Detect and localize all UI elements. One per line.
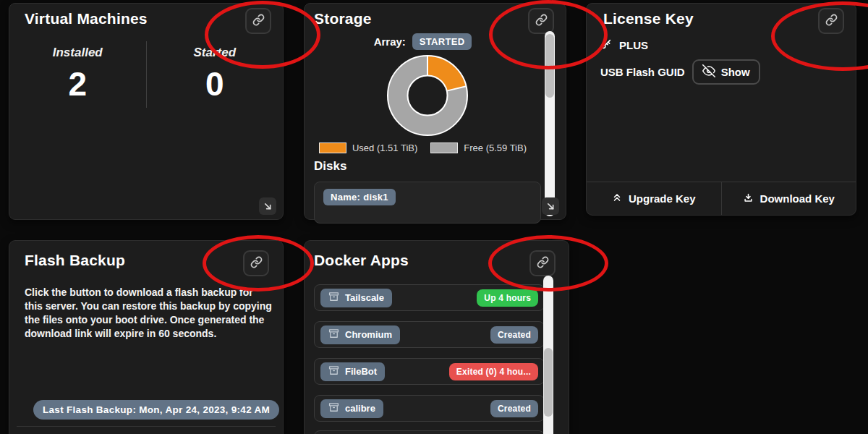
download-key-button[interactable]: Download Key xyxy=(721,182,856,215)
docker-app-name: Tailscale xyxy=(345,292,384,303)
card-title-flash-backup: Flash Backup xyxy=(25,252,125,269)
flash-link-button[interactable] xyxy=(243,250,269,276)
resize-handle-icon[interactable] xyxy=(542,197,559,215)
key-icon xyxy=(600,38,612,52)
upgrade-key-label: Upgrade Key xyxy=(629,192,696,205)
link-icon xyxy=(250,256,263,271)
disks-heading: Disks xyxy=(314,159,346,174)
legend-label-free: Free (5.59 TiB) xyxy=(464,142,527,153)
docker-app-row: Chromium Created xyxy=(314,321,545,348)
license-tier-row: PLUS xyxy=(600,38,648,52)
docker-app-name: Chromium xyxy=(345,329,392,340)
card-virtual-machines: Virtual Machines Installed 2 Started 0 xyxy=(9,3,284,220)
container-icon xyxy=(328,292,339,304)
array-status-badge: STARTED xyxy=(412,33,472,50)
link-icon xyxy=(252,14,265,28)
vm-stats: Installed 2 Started 0 xyxy=(9,41,283,108)
link-icon xyxy=(825,14,838,28)
container-icon xyxy=(328,329,339,341)
vm-installed-count: 2 xyxy=(9,64,146,103)
legend-item-used: Used (1.51 TiB) xyxy=(319,142,417,153)
docker-app-row: calibre Created xyxy=(314,395,545,422)
docker-link-button[interactable] xyxy=(529,250,556,276)
vm-started-count: 0 xyxy=(147,64,284,103)
last-flash-backup-badge: Last Flash Backup: Mon, Apr 24, 2023, 9:… xyxy=(33,400,279,420)
card-title-license-key: License Key xyxy=(603,10,694,27)
card-flash-backup: Flash Backup Click the button to downloa… xyxy=(9,240,284,434)
docker-app-name: FileBot xyxy=(345,366,377,377)
download-key-label: Download Key xyxy=(760,192,835,205)
eye-slash-icon xyxy=(702,64,715,80)
card-title-storage: Storage xyxy=(314,10,372,27)
container-icon xyxy=(328,403,339,414)
link-icon xyxy=(537,256,549,271)
docker-app-status-badge: Up 4 hours xyxy=(477,289,538,307)
docker-app-row-partial xyxy=(314,430,545,434)
unraid-dashboard: Virtual Machines Installed 2 Started 0 S… xyxy=(0,0,868,434)
docker-app-name-badge[interactable]: FileBot xyxy=(320,362,385,381)
docker-app-status-badge: Created xyxy=(490,400,538,417)
disk-row: Name: disk1 xyxy=(314,182,541,224)
license-link-button[interactable] xyxy=(818,8,844,34)
vm-stat-installed: Installed 2 xyxy=(9,41,146,108)
docker-app-status-badge: Exited (0) 4 hou... xyxy=(449,363,538,380)
docker-app-status-badge: Created xyxy=(490,326,538,344)
guid-label: USB Flash GUID xyxy=(600,66,685,78)
docker-app-name: calibre xyxy=(345,403,375,414)
storage-scrollbar[interactable] xyxy=(545,31,555,216)
donut-legend: Used (1.51 TiB) Free (5.59 TiB) xyxy=(305,142,541,153)
docker-scrollbar-thumb[interactable] xyxy=(544,348,553,417)
vm-link-button[interactable] xyxy=(245,8,271,34)
link-icon xyxy=(535,14,548,28)
docker-app-name-badge[interactable]: Chromium xyxy=(320,326,400,344)
array-status-row: Array: STARTED xyxy=(305,33,541,50)
container-icon xyxy=(328,366,339,378)
docker-app-name-badge[interactable]: calibre xyxy=(320,399,383,418)
storage-link-button[interactable] xyxy=(528,8,554,34)
license-guid-row: USB Flash GUID Show xyxy=(600,59,760,85)
legend-swatch-used xyxy=(319,142,346,153)
docker-app-row: Tailscale Up 4 hours xyxy=(314,284,545,311)
vm-installed-label: Installed xyxy=(9,46,146,60)
flash-backup-description: Click the button to download a flash bac… xyxy=(25,286,273,341)
docker-app-name-badge[interactable]: Tailscale xyxy=(320,289,392,307)
legend-swatch-free xyxy=(430,142,458,153)
flash-footer-divider xyxy=(17,426,276,427)
vm-stat-started: Started 0 xyxy=(146,41,284,108)
array-label: Array: xyxy=(374,35,406,48)
card-docker-apps: Docker Apps Tailscale Up 4 hours Chromiu… xyxy=(304,240,569,434)
legend-label-used: Used (1.51 TiB) xyxy=(352,142,417,153)
download-icon xyxy=(743,192,754,205)
storage-donut-chart xyxy=(387,55,468,139)
disk-name-badge: Name: disk1 xyxy=(323,189,396,205)
docker-scrollbar[interactable] xyxy=(543,276,553,434)
legend-item-free: Free (5.59 TiB) xyxy=(430,142,527,153)
license-footer: Upgrade Key Download Key xyxy=(587,182,856,215)
upgrade-key-button[interactable]: Upgrade Key xyxy=(587,182,721,215)
card-storage: Storage Array: STARTED Used (1.51 TiB) xyxy=(304,3,566,220)
docker-app-row: FileBot Exited (0) 4 hou... xyxy=(314,358,545,385)
show-guid-label: Show xyxy=(721,66,750,78)
vm-started-label: Started xyxy=(147,46,284,60)
storage-scrollbar-thumb[interactable] xyxy=(545,34,554,98)
resize-handle-icon[interactable] xyxy=(259,197,276,215)
show-guid-button[interactable]: Show xyxy=(692,59,760,85)
card-license-key: License Key PLUS USB Flash GUID Show Upg… xyxy=(586,3,856,216)
card-title-docker-apps: Docker Apps xyxy=(314,252,409,269)
license-tier-label: PLUS xyxy=(619,39,648,51)
chevrons-up-icon xyxy=(612,192,622,205)
card-title-virtual-machines: Virtual Machines xyxy=(25,10,148,27)
